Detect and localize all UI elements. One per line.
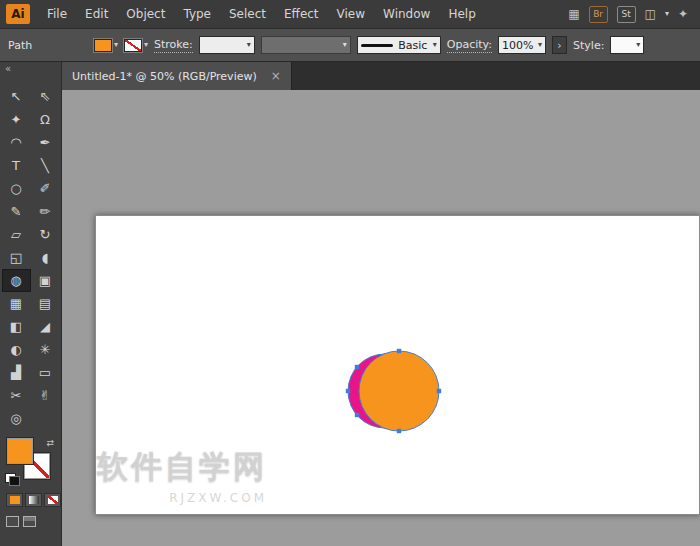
stock-button[interactable]: St [617, 6, 636, 23]
brush-definition-combo[interactable]: Basic ▾ [357, 36, 441, 54]
paintbrush-tool[interactable]: ✐ [31, 177, 60, 200]
width-profile-dropdown-icon[interactable]: ▾ [343, 41, 347, 49]
selected-shape[interactable] [336, 331, 456, 451]
fill-color-swatch[interactable] [94, 39, 112, 52]
document-tab[interactable]: Untitled-1* @ 50% (RGB/Preview) × [62, 62, 292, 90]
ellipse-tool[interactable]: ○ [2, 177, 31, 200]
screen-mode-button[interactable] [23, 516, 36, 527]
orange-circle-face[interactable] [359, 351, 439, 431]
brush-stroke-preview [361, 44, 393, 47]
width-tool[interactable]: ◖ [31, 246, 60, 269]
selection-tool[interactable]: ↖ [2, 85, 31, 108]
anchor-point[interactable] [397, 349, 401, 353]
eyedropper-tool[interactable]: ◢ [31, 315, 60, 338]
tools-panel: « ↖⇖✦Ω◠✒T╲○✐✎✏▱↻◱◖◍▣▦▤◧◢◐✳▟▭✂✌◎ ⇄ [0, 62, 62, 546]
column-graph-tool[interactable]: ▟ [2, 361, 31, 384]
fill-dropdown-icon[interactable]: ▾ [114, 41, 118, 49]
draw-mode-button[interactable] [6, 516, 19, 527]
selection-type-label: Path [8, 39, 88, 52]
graphic-style-dropdown[interactable]: ▾ [610, 36, 644, 54]
brush-dropdown-icon[interactable]: ▾ [433, 41, 437, 49]
stroke-label[interactable]: Stroke: [154, 38, 193, 53]
line-segment-tool[interactable]: ╲ [31, 154, 60, 177]
menu-file[interactable]: File [38, 7, 76, 21]
none-mode-button[interactable] [44, 493, 61, 507]
pen-tool[interactable]: ✒ [31, 131, 60, 154]
anchor-point[interactable] [355, 365, 359, 369]
document-tab-bar: Untitled-1* @ 50% (RGB/Preview) × [62, 62, 700, 90]
anchor-point[interactable] [397, 429, 401, 433]
color-mode-button[interactable] [6, 493, 23, 507]
direct-selection-tool[interactable]: ⇖ [31, 85, 60, 108]
default-colors-icon[interactable] [5, 473, 20, 486]
magic-wand-tool[interactable]: ✦ [2, 108, 31, 131]
document-tab-title: Untitled-1* @ 50% (RGB/Preview) [72, 70, 257, 83]
gradient-mode-swatch [29, 496, 39, 504]
anchor-point[interactable] [346, 389, 350, 393]
free-transform-tool[interactable]: ▣ [31, 269, 60, 292]
stroke-none-swatch[interactable] [124, 39, 142, 52]
tab-close-icon[interactable]: × [271, 69, 281, 83]
menu-window[interactable]: Window [374, 7, 439, 21]
brush-name: Basic [398, 39, 427, 52]
paint-mode-row [6, 493, 61, 507]
menu-items: FileEditObjectTypeSelectEffectViewWindow… [38, 7, 485, 21]
menu-object[interactable]: Object [117, 7, 174, 21]
eraser-tool[interactable]: ▱ [2, 223, 31, 246]
opacity-dropdown-icon[interactable]: ▾ [538, 41, 542, 49]
bridge-button[interactable]: Br [589, 6, 608, 23]
expand-panel-button[interactable]: › [552, 36, 567, 54]
slice-tool[interactable]: ✂ [2, 384, 31, 407]
lasso-tool[interactable]: Ω [31, 108, 60, 131]
main-area: « ↖⇖✦Ω◠✒T╲○✐✎✏▱↻◱◖◍▣▦▤◧◢◐✳▟▭✂✌◎ ⇄ [0, 62, 700, 546]
color-swatch-cluster: ⇄ [5, 438, 56, 486]
fill-color-dropdown[interactable]: ▾ [94, 39, 118, 52]
rotate-tool[interactable]: ↻ [31, 223, 60, 246]
menu-effect[interactable]: Effect [275, 7, 328, 21]
curvature-tool[interactable]: ◠ [2, 131, 31, 154]
pencil-tool[interactable]: ✎ [2, 200, 31, 223]
menu-type[interactable]: Type [174, 7, 220, 21]
mesh-tool[interactable]: ▤ [31, 292, 60, 315]
menu-edit[interactable]: Edit [76, 7, 117, 21]
perspective-grid-tool[interactable]: ▦ [2, 292, 31, 315]
menu-select[interactable]: Select [220, 7, 275, 21]
illustrator-window: Ai FileEditObjectTypeSelectEffectViewWin… [0, 0, 700, 546]
gradient-mode-button[interactable] [25, 493, 42, 507]
opacity-label[interactable]: Opacity: [447, 38, 492, 53]
stroke-weight-dropdown-icon[interactable]: ▾ [247, 41, 251, 49]
opacity-combo[interactable]: 100% ▾ [498, 36, 546, 54]
anchor-point[interactable] [355, 413, 359, 417]
stroke-color-dropdown[interactable]: ▾ [124, 39, 148, 52]
workspace-switcher-icon[interactable]: ◫ [645, 7, 656, 21]
scale-tool[interactable]: ◱ [2, 246, 31, 269]
stroke-weight-combo[interactable]: ▾ [199, 36, 255, 54]
fill-color-indicator[interactable] [7, 438, 33, 464]
workspace-dropdown-icon[interactable]: ▾ [665, 10, 669, 18]
shape-builder-tool[interactable]: ◍ [2, 269, 31, 292]
anchor-point[interactable] [437, 389, 441, 393]
type-tool[interactable]: T [2, 154, 31, 177]
style-label: Style: [573, 39, 604, 52]
tools-collapse-icon[interactable]: « [0, 62, 61, 77]
stroke-dropdown-icon[interactable]: ▾ [144, 41, 148, 49]
menu-view[interactable]: View [328, 7, 374, 21]
document-area: Untitled-1* @ 50% (RGB/Preview) × 软件自学网 … [62, 62, 700, 546]
width-profile-dropdown[interactable]: ▾ [261, 36, 351, 54]
blend-tool[interactable]: ◐ [2, 338, 31, 361]
symbol-sprayer-tool[interactable]: ✳ [31, 338, 60, 361]
canvas[interactable]: 软件自学网 RJZXW.COM [62, 90, 700, 546]
none-mode-swatch [48, 496, 58, 504]
artboard-tool[interactable]: ▭ [31, 361, 60, 384]
swap-colors-icon[interactable]: ⇄ [46, 438, 54, 448]
arrange-documents-icon[interactable]: ▦ [568, 7, 579, 21]
gradient-tool[interactable]: ◧ [2, 315, 31, 338]
hand-tool[interactable]: ✌ [31, 384, 60, 407]
blob-brush-tool[interactable]: ✏ [31, 200, 60, 223]
menubar-right-cluster: ▦ Br St ◫ ▾ ✦ [568, 6, 688, 23]
zoom-tool[interactable]: ◎ [2, 407, 31, 430]
style-dropdown-icon[interactable]: ▾ [636, 41, 640, 49]
menu-help[interactable]: Help [439, 7, 484, 21]
share-icon[interactable]: ✦ [678, 7, 688, 21]
color-mode-swatch [10, 496, 20, 504]
